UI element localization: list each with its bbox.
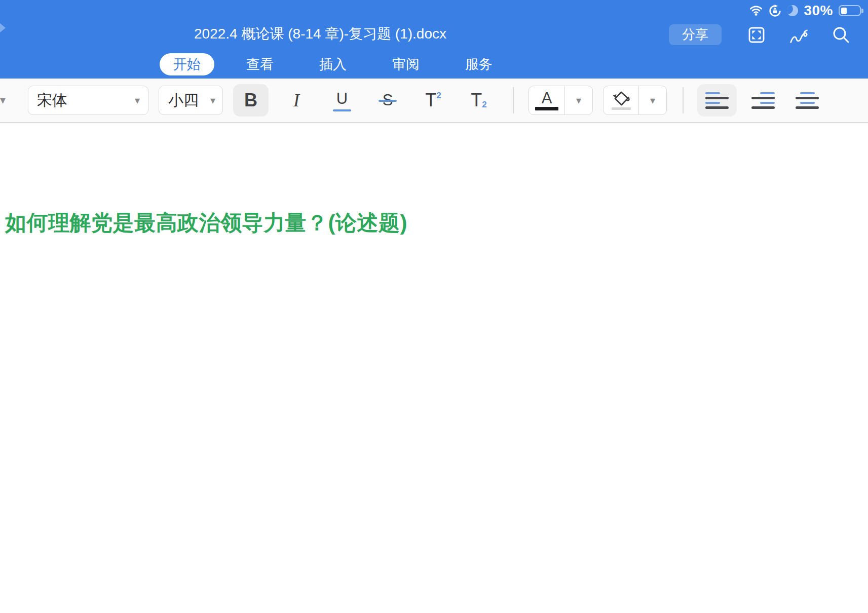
align-right-icon [751,92,775,109]
ink-pen-button[interactable] [789,25,809,45]
document-title: 2022.4 概论课 (8-14 章)-复习题 (1).docx [194,24,446,44]
align-left-icon [705,92,729,109]
font-size-value: 小四 [168,90,199,111]
strikethrough-accent-line [379,100,397,102]
font-family-value: 宋体 [37,90,67,111]
tab-review[interactable]: 审阅 [379,53,433,75]
paint-bucket-icon [611,91,631,107]
battery-percent: 30% [804,3,833,19]
app-header: 30% 2022.4 概论课 (8-14 章)-复习题 (1).docx 分享 [0,0,868,79]
app-screen: 30% 2022.4 概论课 (8-14 章)-复习题 (1).docx 分享 [0,0,868,613]
italic-button[interactable]: I [279,84,314,117]
tab-insert[interactable]: 插入 [306,53,360,75]
pen-squiggle-icon [789,25,809,45]
ribbon-tabs: 开始 查看 插入 审阅 服务 [160,53,506,75]
fullscreen-icon [747,26,766,44]
underline-accent-bar [333,109,351,111]
status-bar: 30% [749,4,863,18]
chevron-down-icon: ▾ [210,95,215,105]
fullscreen-button[interactable] [746,25,767,45]
do-not-disturb-moon-icon [787,5,798,16]
strikethrough-button[interactable]: S [370,84,405,117]
wifi-icon [749,6,763,16]
chevron-down-icon: ▾ [135,95,140,105]
format-toolbar: ▾ 宋体 ▾ 小四 ▾ B I U S T 2 [0,79,868,123]
font-color-swatch [535,107,558,110]
battery-fill [841,8,847,14]
toolbar-divider [683,87,684,113]
subscript-button[interactable]: T 2 [461,84,497,117]
highlight-color-button[interactable] [603,86,638,114]
align-center-button[interactable] [787,84,827,117]
font-color-dropdown-arrow[interactable]: ▾ [564,86,592,114]
tab-home[interactable]: 开始 [160,53,214,75]
orientation-lock-icon [769,5,781,17]
superscript-button[interactable]: T 2 [416,84,451,117]
chevron-down-icon: ▾ [650,95,655,105]
font-family-dropdown[interactable]: 宋体 ▾ [28,86,148,115]
document-canvas[interactable]: 如何理解党是最高政治领导力量？(论述题) [0,124,868,613]
document-heading[interactable]: 如何理解党是最高政治领导力量？(论述题) [5,209,407,237]
toolbar-divider [513,87,514,113]
tab-services[interactable]: 服务 [451,53,506,75]
search-icon [832,25,851,45]
back-hint-icon [0,23,6,32]
battery-icon [839,5,861,16]
align-right-button[interactable] [743,84,783,117]
tab-view[interactable]: 查看 [233,53,287,75]
highlight-dropdown-arrow[interactable]: ▾ [638,86,666,114]
battery-nub [861,9,863,13]
highlight-split-button: ▾ [603,86,667,115]
font-size-dropdown[interactable]: 小四 ▾ [159,86,223,115]
align-left-button[interactable] [697,84,737,117]
font-color-button[interactable]: A [529,86,564,114]
share-button[interactable]: 分享 [669,24,722,45]
underline-button[interactable]: U [324,84,360,117]
align-center-icon [796,92,819,109]
edge-chevron-down-icon[interactable]: ▾ [0,94,6,107]
chevron-down-icon: ▾ [576,95,581,105]
bold-button[interactable]: B [233,84,269,117]
search-button[interactable] [831,25,851,45]
highlight-color-swatch [612,107,631,110]
font-color-split-button: A ▾ [529,86,593,115]
